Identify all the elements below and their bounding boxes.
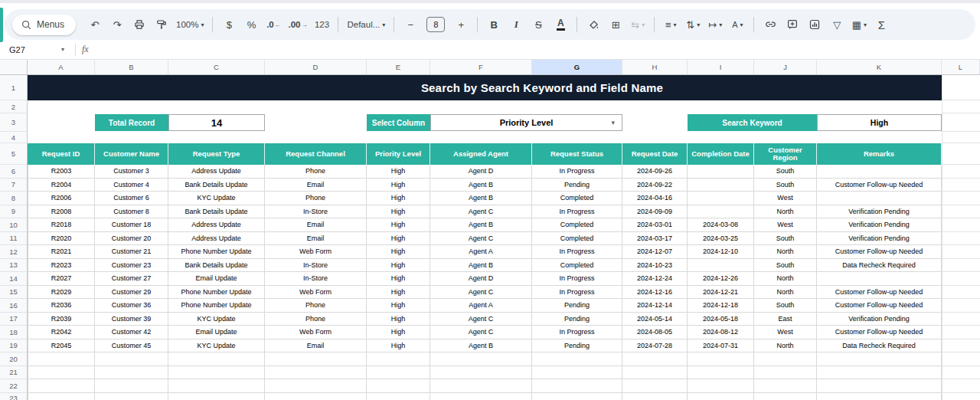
cell[interactable]: Agent B (430, 192, 532, 205)
cell[interactable]: 2024-05-14 (622, 313, 688, 326)
cell[interactable] (688, 366, 754, 380)
cell[interactable]: West (754, 192, 817, 205)
cell[interactable]: R2036 (28, 299, 95, 313)
table-views-button[interactable]: ▦ ▾ (851, 15, 867, 34)
cell[interactable] (754, 393, 817, 400)
percent-format-button[interactable]: % (243, 15, 259, 34)
cell[interactable]: Customer 20 (95, 232, 168, 246)
cell[interactable]: 2024-03-08 (688, 218, 754, 232)
cell[interactable]: High (367, 232, 430, 246)
cell[interactable] (367, 393, 430, 400)
merge-cells-button[interactable]: ⇆ ▾ (630, 15, 645, 34)
cell[interactable]: Pending (532, 299, 622, 313)
cell[interactable] (622, 366, 688, 380)
cell[interactable] (168, 393, 265, 400)
cell[interactable] (430, 393, 532, 400)
row-header-13[interactable]: 13 (0, 259, 28, 273)
cell[interactable]: High (367, 299, 430, 313)
cell[interactable]: Web Form (265, 286, 367, 300)
row-header-23[interactable]: 23 (0, 393, 28, 400)
cell[interactable]: Agent A (430, 245, 532, 259)
cell[interactable]: Phone (265, 313, 367, 326)
row-header-9[interactable]: 9 (0, 205, 28, 219)
cell[interactable] (168, 366, 265, 380)
row-header-3[interactable]: 3 (0, 113, 28, 132)
cell[interactable]: West (754, 326, 817, 339)
cell[interactable]: Verification Pending (817, 218, 942, 232)
cell[interactable] (688, 379, 754, 393)
cell[interactable]: Customer 39 (95, 313, 168, 326)
cell[interactable]: Web Form (265, 326, 367, 339)
cell[interactable]: 2024-07-28 (622, 339, 688, 353)
text-color-button[interactable]: A (553, 15, 568, 34)
cell[interactable]: High (367, 339, 430, 353)
cell[interactable] (817, 192, 942, 205)
decrease-decimal-button[interactable]: .0← (266, 15, 281, 34)
cell[interactable]: Bank Details Update (168, 259, 265, 273)
cell[interactable]: Data Recheck Required (817, 339, 942, 353)
cell[interactable]: Customer Follow-up Needed (817, 286, 942, 300)
cell[interactable]: Agent C (430, 326, 532, 339)
row-header-14[interactable]: 14 (0, 272, 28, 286)
column-header-K[interactable]: K (817, 60, 942, 74)
cell[interactable] (265, 113, 367, 132)
cell[interactable]: 2024-08-12 (688, 326, 754, 339)
cell[interactable] (942, 299, 980, 313)
cell[interactable] (532, 352, 622, 366)
cell[interactable]: High (367, 218, 430, 232)
row-header-19[interactable]: 19 (0, 339, 28, 353)
cell[interactable]: Email (265, 232, 367, 246)
cell[interactable]: 2024-12-07 (622, 245, 688, 259)
cell[interactable]: Address Update (168, 232, 265, 246)
cell[interactable]: Pending (532, 313, 622, 326)
cell[interactable]: South (754, 165, 817, 179)
create-filter-button[interactable]: ▽ (829, 15, 844, 34)
select-column-dropdown[interactable]: Priority Level▾ (430, 114, 622, 131)
row-header-22[interactable]: 22 (0, 379, 28, 393)
cell[interactable]: 2024-12-14 (622, 299, 688, 313)
cell[interactable]: Email (265, 218, 367, 232)
cell[interactable] (95, 366, 168, 380)
cell[interactable]: Customer 8 (95, 205, 168, 219)
insert-chart-button[interactable] (807, 15, 822, 34)
cell[interactable]: Agent C (430, 205, 532, 219)
row-header-10[interactable]: 10 (0, 218, 28, 232)
cell[interactable] (942, 113, 980, 132)
cell[interactable]: High (367, 205, 430, 219)
cell[interactable] (688, 393, 754, 400)
row-header-11[interactable]: 11 (0, 232, 28, 246)
column-header-A[interactable]: A (28, 60, 95, 74)
cell[interactable] (754, 366, 817, 380)
strikethrough-button[interactable]: S (531, 15, 546, 34)
cell[interactable] (942, 143, 980, 165)
cell[interactable]: R2039 (28, 313, 95, 326)
cell[interactable] (817, 393, 942, 400)
cell[interactable] (28, 100, 942, 113)
cell[interactable]: 2024-03-25 (688, 232, 754, 246)
cell[interactable]: High (367, 326, 430, 339)
cell[interactable] (942, 259, 980, 273)
cell[interactable]: Customer 42 (95, 326, 168, 339)
column-header-D[interactable]: D (265, 60, 367, 74)
cell[interactable]: 2024-12-24 (622, 272, 688, 286)
cell[interactable] (754, 352, 817, 366)
currency-format-button[interactable]: $ (221, 15, 237, 34)
cell[interactable] (942, 179, 980, 192)
cell[interactable] (265, 352, 367, 366)
print-button[interactable] (132, 15, 147, 34)
cell[interactable]: 2024-12-18 (688, 299, 754, 313)
cell[interactable]: Data Recheck Required (817, 259, 942, 273)
cell[interactable] (942, 286, 980, 300)
italic-button[interactable]: I (508, 15, 524, 34)
cell[interactable]: In Progress (532, 326, 622, 339)
cell[interactable]: Email (265, 339, 367, 353)
cell[interactable]: In Progress (532, 272, 622, 286)
cell[interactable]: Customer Follow-up Needed (817, 326, 942, 339)
undo-button[interactable]: ↶ (87, 15, 103, 34)
cell[interactable]: Agent D (430, 165, 532, 179)
cell[interactable]: KYC Update (168, 192, 265, 205)
menus-button[interactable]: Menus (12, 15, 76, 35)
cell[interactable] (532, 393, 622, 400)
cell[interactable]: High (367, 259, 430, 273)
cell[interactable]: Web Form (265, 245, 367, 259)
